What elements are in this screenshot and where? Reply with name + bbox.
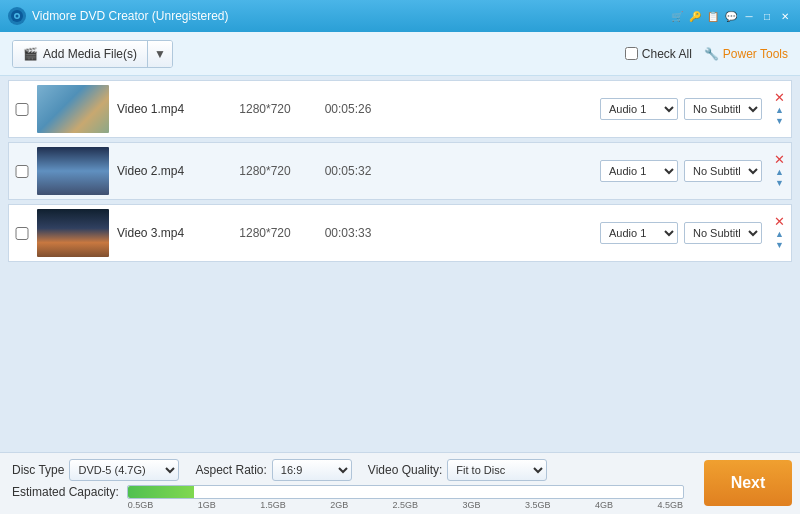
capacity-row: Estimated Capacity: 0.5GB1GB1.5GB2GB2.5G… [12, 485, 788, 499]
audio-select-2[interactable]: Audio 1 [600, 160, 678, 182]
move-up-1[interactable]: ▲ [775, 105, 784, 116]
shop-icon[interactable]: 🛒 [670, 9, 684, 23]
settings-row: Disc Type DVD-5 (4.7G) Aspect Ratio: 16:… [12, 459, 788, 481]
subtitle-select-1[interactable]: No Subtitle [684, 98, 762, 120]
video-controls-3: Audio 1 No Subtitle [391, 222, 762, 244]
aspect-ratio-select[interactable]: 16:9 [272, 459, 352, 481]
power-tools-label: Power Tools [723, 47, 788, 61]
video-name-1: Video 1.mp4 [117, 102, 217, 116]
toolbar: 🎬 Add Media File(s) ▼ Check All 🔧 Power … [0, 32, 800, 76]
power-tools-button[interactable]: 🔧 Power Tools [704, 47, 788, 61]
move-up-3[interactable]: ▲ [775, 229, 784, 240]
video-name-2: Video 2.mp4 [117, 164, 217, 178]
move-up-2[interactable]: ▲ [775, 167, 784, 178]
svg-point-2 [16, 15, 19, 18]
check-all-area: Check All [625, 47, 692, 61]
delete-button-1[interactable]: ✕ [774, 91, 785, 104]
audio-select-1[interactable]: Audio 1 [600, 98, 678, 120]
delete-button-2[interactable]: ✕ [774, 153, 785, 166]
video-checkbox-3[interactable] [15, 227, 29, 240]
video-duration-1: 00:05:26 [313, 102, 383, 116]
capacity-tick: 1.5GB [260, 500, 286, 510]
add-media-main[interactable]: 🎬 Add Media File(s) [13, 41, 148, 67]
move-down-1[interactable]: ▼ [775, 116, 784, 127]
app-title: Vidmore DVD Creator (Unregistered) [32, 9, 670, 23]
table-row: Video 2.mp4 1280*720 00:05:32 Audio 1 No… [8, 142, 792, 200]
move-down-2[interactable]: ▼ [775, 178, 784, 189]
capacity-tick: 4GB [595, 500, 613, 510]
check-all-label: Check All [642, 47, 692, 61]
window-controls: 🛒 🔑 📋 💬 ─ □ ✕ [670, 9, 792, 23]
app-logo [8, 7, 26, 25]
disc-type-select[interactable]: DVD-5 (4.7G) [69, 459, 179, 481]
bottom-section: Disc Type DVD-5 (4.7G) Aspect Ratio: 16:… [0, 452, 800, 514]
subtitle-select-2[interactable]: No Subtitle [684, 160, 762, 182]
capacity-tick: 1GB [198, 500, 216, 510]
row-actions-1: ✕ ▲ ▼ [774, 91, 785, 127]
move-arrows-2: ▲ ▼ [775, 167, 784, 189]
bottom-bar: Disc Type DVD-5 (4.7G) Aspect Ratio: 16:… [0, 452, 800, 514]
row-actions-2: ✕ ▲ ▼ [774, 153, 785, 189]
capacity-ticks: 0.5GB1GB1.5GB2GB2.5GB3GB3.5GB4GB4.5GB [128, 500, 683, 510]
video-thumbnail-1 [37, 85, 109, 133]
video-controls-2: Audio 1 No Subtitle [391, 160, 762, 182]
video-resolution-3: 1280*720 [225, 226, 305, 240]
video-thumbnail-3 [37, 209, 109, 257]
row-actions-3: ✕ ▲ ▼ [774, 215, 785, 251]
capacity-tick: 3.5GB [525, 500, 551, 510]
add-media-dropdown-arrow[interactable]: ▼ [148, 41, 172, 67]
wrench-icon: 🔧 [704, 47, 719, 61]
disc-type-label: Disc Type [12, 463, 64, 477]
copy-icon[interactable]: 📋 [706, 9, 720, 23]
capacity-tick: 2.5GB [393, 500, 419, 510]
title-bar: Vidmore DVD Creator (Unregistered) 🛒 🔑 📋… [0, 0, 800, 32]
next-button[interactable]: Next [704, 460, 792, 506]
chat-icon[interactable]: 💬 [724, 9, 738, 23]
video-checkbox-2[interactable] [15, 165, 29, 178]
capacity-tick: 0.5GB [128, 500, 154, 510]
subtitle-select-3[interactable]: No Subtitle [684, 222, 762, 244]
add-media-label: Add Media File(s) [43, 47, 137, 61]
table-row: Video 3.mp4 1280*720 00:03:33 Audio 1 No… [8, 204, 792, 262]
capacity-fill [128, 486, 195, 498]
delete-button-3[interactable]: ✕ [774, 215, 785, 228]
move-arrows-3: ▲ ▼ [775, 229, 784, 251]
aspect-ratio-group: Aspect Ratio: 16:9 [195, 459, 351, 481]
key-icon[interactable]: 🔑 [688, 9, 702, 23]
minimize-button[interactable]: ─ [742, 9, 756, 23]
table-row: Video 1.mp4 1280*720 00:05:26 Audio 1 No… [8, 80, 792, 138]
video-resolution-1: 1280*720 [225, 102, 305, 116]
disc-type-group: Disc Type DVD-5 (4.7G) [12, 459, 179, 481]
video-checkbox-1[interactable] [15, 103, 29, 116]
video-name-3: Video 3.mp4 [117, 226, 217, 240]
video-duration-3: 00:03:33 [313, 226, 383, 240]
toolbar-right: Check All 🔧 Power Tools [625, 47, 788, 61]
capacity-bar: 0.5GB1GB1.5GB2GB2.5GB3GB3.5GB4GB4.5GB [127, 485, 684, 499]
video-quality-select[interactable]: Fit to Disc [447, 459, 547, 481]
film-icon: 🎬 [23, 47, 38, 61]
video-duration-2: 00:05:32 [313, 164, 383, 178]
capacity-tick: 4.5GB [657, 500, 683, 510]
video-controls-1: Audio 1 No Subtitle [391, 98, 762, 120]
video-list: Video 1.mp4 1280*720 00:05:26 Audio 1 No… [0, 76, 800, 452]
video-quality-group: Video Quality: Fit to Disc [368, 459, 548, 481]
capacity-tick: 2GB [330, 500, 348, 510]
close-button[interactable]: ✕ [778, 9, 792, 23]
move-arrows-1: ▲ ▼ [775, 105, 784, 127]
estimated-capacity-label: Estimated Capacity: [12, 485, 119, 499]
aspect-ratio-label: Aspect Ratio: [195, 463, 266, 477]
check-all-checkbox[interactable] [625, 47, 638, 60]
capacity-tick: 3GB [463, 500, 481, 510]
video-thumbnail-2 [37, 147, 109, 195]
move-down-3[interactable]: ▼ [775, 240, 784, 251]
maximize-button[interactable]: □ [760, 9, 774, 23]
video-quality-label: Video Quality: [368, 463, 443, 477]
add-media-button[interactable]: 🎬 Add Media File(s) ▼ [12, 40, 173, 68]
audio-select-3[interactable]: Audio 1 [600, 222, 678, 244]
video-resolution-2: 1280*720 [225, 164, 305, 178]
